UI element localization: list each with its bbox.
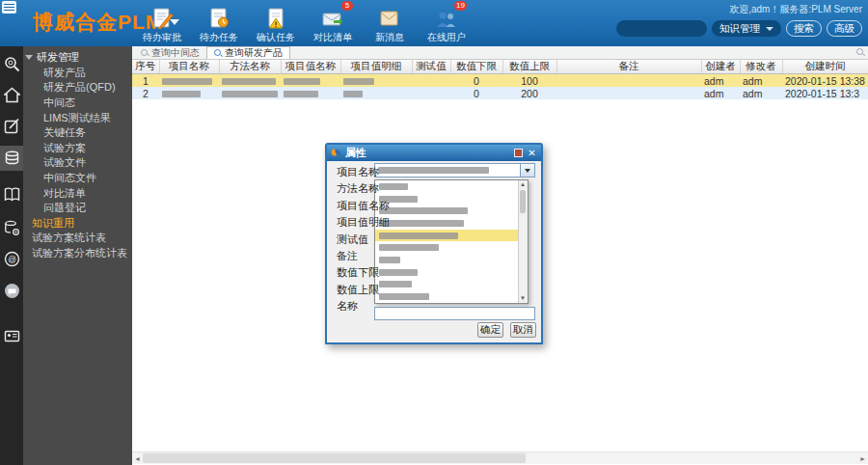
menu-item-link[interactable]: 关键任务 [23,125,132,141]
ok-button[interactable]: 确定 [477,322,503,338]
maximize-icon[interactable] [514,149,523,157]
menu-item-link[interactable]: 知识重用 [23,216,132,232]
column-header[interactable]: 备注 [556,60,701,74]
svg-text:@: @ [8,254,16,263]
advanced-search-button[interactable]: 高级 [827,20,862,37]
dialog-field-label: 备注 [337,249,358,263]
tab-search-icon[interactable] [856,48,864,56]
toolbar-item[interactable]: 确认任务 [252,4,300,44]
item-name-combobox[interactable] [374,163,535,178]
home-icon[interactable] [0,82,23,107]
dropdown-option[interactable] [375,266,528,279]
pending-task-icon [195,4,243,30]
toolbar-item[interactable]: 待办任务 [195,4,243,44]
book-icon[interactable] [0,181,23,206]
menu-item-link[interactable]: 试验方案统计表 [23,231,132,246]
column-header[interactable]: 项目值名称 [281,60,340,74]
horizontal-scrollbar[interactable]: ◄ ► [132,451,868,464]
chat-icon[interactable] [0,278,23,303]
dialog-field-label: 数值下限 [337,265,379,280]
table-cell [281,74,340,88]
column-header[interactable]: 测试值 [412,60,450,74]
scrollbar-thumb[interactable] [143,453,526,463]
dropdown-scrollbar-thumb[interactable] [520,190,526,213]
table-cell [556,74,701,88]
redacted-text [379,207,468,214]
toolbar-item[interactable]: 5对比清单 [309,4,357,44]
toolbar-item[interactable]: 19在线用户 [422,4,471,44]
scroll-down-arrow-icon[interactable]: ▼ [519,294,527,303]
table-row[interactable]: 10100admadm2020-01-15 13:38 [132,74,868,88]
table-cell [219,74,281,88]
menu-item-group[interactable]: 研发管理 [23,50,132,66]
dropdown-option[interactable] [375,230,528,242]
redacted-text [222,91,278,97]
edit-icon[interactable] [0,113,23,138]
tab-inactive[interactable]: 查询中间态 [134,46,206,59]
menu-item-link[interactable]: LIMS测试结果 [23,110,132,125]
cancel-button[interactable]: 取消 [510,322,536,338]
redacted-text [379,281,412,287]
close-icon[interactable]: ✕ [527,148,537,158]
dialog-title-bar[interactable]: 属性 ✕ [327,145,541,161]
dialog-title-icon [331,148,341,158]
search-scope-select[interactable]: 知识管理 [712,20,781,37]
column-header[interactable]: 项目值明细 [340,60,412,74]
dropdown-option[interactable] [375,217,528,230]
dropdown-option[interactable] [375,254,528,266]
column-header[interactable]: 数值下限 [450,60,502,74]
dropdown-option[interactable] [375,205,528,217]
column-header[interactable]: 序号 [132,60,159,74]
table-cell [281,87,340,99]
scroll-up-arrow-icon[interactable]: ▲ [519,180,527,189]
menu-item-label: 试验方案统计表 [32,231,106,245]
idcard-icon[interactable] [0,323,23,348]
column-header[interactable]: 修改者 [740,60,782,74]
table-row[interactable]: 20200admadm2020-01-15 13:3 [132,87,868,99]
menu-item-label: 问题登记 [43,201,86,215]
tab-active[interactable]: 查询研发产品 [206,46,290,59]
toolbar-item[interactable]: 新消息 [366,4,414,44]
column-header[interactable]: 数值上限 [502,60,556,74]
toolbar-item-label: 待办审批 [138,31,186,44]
column-header[interactable]: 方法名称 [219,60,281,74]
search-at-icon[interactable] [0,51,23,76]
global-search-input[interactable] [616,20,707,37]
scroll-left-arrow-icon[interactable]: ◄ [132,452,143,464]
menu-item-link[interactable]: 试验方案分布统计表 [23,246,132,261]
chevron-down-icon [766,27,773,31]
dropdown-option[interactable] [375,241,528,254]
combobox-arrow-icon[interactable] [520,164,534,177]
menu-item-link[interactable]: 中间态文件 [23,171,132,186]
column-header[interactable]: 创建时间 [782,60,868,74]
menu-item-link[interactable]: 研发产品(QFD) [23,80,132,96]
menu-item-link[interactable]: 试验文件 [23,155,132,171]
dropdown-option[interactable] [375,279,528,291]
at-circle-icon[interactable]: @ [0,246,23,271]
tab-bar: 查询中间态查询研发产品 [132,46,868,60]
menu-item-link[interactable]: 研发产品 [23,66,132,81]
redacted-text [343,91,363,97]
search-button[interactable]: 搜索 [786,20,822,37]
dialog-body: ▲ ▼ 确定 取消 项目名称方法名称项目值名称项目值明细测试值备注数值下限数值上… [327,161,541,342]
dropdown-option[interactable] [375,290,528,303]
menu-item-link[interactable]: 试验方案 [23,141,132,156]
column-header[interactable]: 项目名称 [159,60,219,74]
column-header[interactable]: 创建者 [701,60,740,74]
dropdown-option[interactable] [375,193,528,205]
database-gear-icon[interactable] [0,215,23,240]
redacted-text [379,257,400,263]
menu-item-label: 研发管理 [37,50,79,65]
toolbar-item[interactable]: 待办审批 [138,4,186,44]
app-menu-icon[interactable] [2,1,16,14]
dropdown-option[interactable] [375,180,528,193]
menu-item-link[interactable]: 中间态 [23,96,132,111]
database-icon[interactable] [0,146,23,171]
dialog-field-label: 数值上限 [337,283,379,297]
scroll-right-arrow-icon[interactable]: ► [857,452,868,464]
menu-item-link[interactable]: 对比清单 [23,185,132,201]
online-users-icon: 19 [422,4,471,30]
name-field-input[interactable] [374,307,535,320]
dropdown-scrollbar[interactable]: ▲ ▼ [518,180,528,303]
menu-item-link[interactable]: 问题登记 [23,201,132,216]
